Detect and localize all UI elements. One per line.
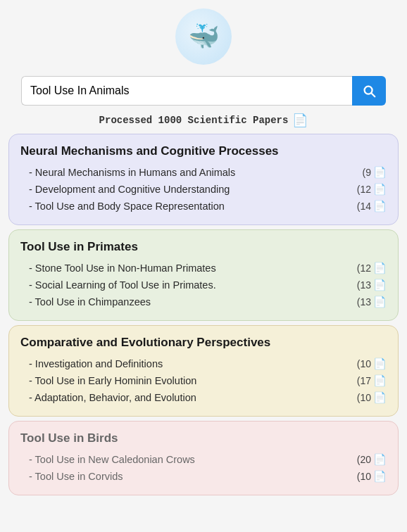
item-label: - Adaptation, Behavior, and Evolution <box>29 392 348 403</box>
item-label: - Development and Cognitive Understandin… <box>29 184 348 195</box>
document-icon: 📄 <box>373 470 387 483</box>
list-item[interactable]: - Development and Cognitive Understandin… <box>20 181 387 198</box>
search-input[interactable] <box>21 76 352 106</box>
document-icon: 📄 <box>373 166 387 179</box>
document-icon: 📄 <box>373 296 387 308</box>
list-item[interactable]: - Tool Use in New Caledonian Crows(20📄 <box>20 451 387 468</box>
document-icon: 📄 <box>373 357 387 370</box>
item-count: (12📄 <box>348 183 387 196</box>
item-count: (14📄 <box>348 200 387 213</box>
item-count: (10📄 <box>348 470 387 483</box>
document-icon: 📄 <box>373 183 387 196</box>
list-item[interactable]: - Stone Tool Use in Non-Human Primates(1… <box>20 260 387 277</box>
item-count: (10📄 <box>348 391 387 404</box>
item-label: - Tool Use in New Caledonian Crows <box>29 454 348 465</box>
list-item[interactable]: - Neural Mechanisms in Humans and Animal… <box>20 164 387 181</box>
item-label: - Investigation and Definitions <box>29 358 348 369</box>
item-count: (13📄 <box>348 296 387 308</box>
search-button[interactable] <box>352 76 386 106</box>
item-count: (12📄 <box>348 262 387 274</box>
app-logo: 🐳 <box>175 8 232 65</box>
section-card-4: Tool Use in Birds- Tool Use in New Caled… <box>8 421 399 495</box>
list-item[interactable]: - Social Learning of Tool Use in Primate… <box>20 277 387 293</box>
search-icon <box>361 83 377 99</box>
document-icon: 📄 <box>373 374 387 387</box>
item-label: - Tool Use in Corvids <box>29 471 348 482</box>
processed-text: Processed 1000 Scientific Papers <box>99 115 289 126</box>
item-label: - Tool Use in Chimpanzees <box>29 296 348 308</box>
item-label: - Stone Tool Use in Non-Human Primates <box>29 262 348 274</box>
item-label: - Tool Use in Early Hominin Evolution <box>29 375 348 386</box>
processed-bar: Processed 1000 Scientific Papers 📄 <box>0 113 407 128</box>
item-count: (10📄 <box>348 357 387 370</box>
section-card-1: Neural Mechanisms and Cognitive Processe… <box>8 134 399 225</box>
section-card-2: Tool Use in Primates- Stone Tool Use in … <box>8 229 399 321</box>
section-card-3: Comparative and Evolutionary Perspective… <box>8 325 399 417</box>
document-icon: 📄 <box>373 262 387 274</box>
list-item[interactable]: - Tool Use in Early Hominin Evolution(17… <box>20 372 387 389</box>
document-icon: 📄 <box>373 391 387 404</box>
list-item[interactable]: - Tool Use in Chimpanzees(13📄 <box>20 293 387 310</box>
item-label: - Tool Use and Body Space Representation <box>29 201 348 212</box>
document-icon: 📄 <box>373 279 387 291</box>
section-title-2: Tool Use in Primates <box>20 240 387 254</box>
section-title-1: Neural Mechanisms and Cognitive Processe… <box>20 144 387 158</box>
search-container <box>21 76 386 106</box>
item-count: (9📄 <box>348 166 387 179</box>
list-item[interactable]: - Tool Use and Body Space Representation… <box>20 198 387 215</box>
item-label: - Social Learning of Tool Use in Primate… <box>29 279 348 291</box>
item-label: - Neural Mechanisms in Humans and Animal… <box>29 167 348 178</box>
list-item[interactable]: - Adaptation, Behavior, and Evolution(10… <box>20 389 387 406</box>
document-icon: 📄 <box>373 200 387 213</box>
item-count: (17📄 <box>348 374 387 387</box>
section-title-3: Comparative and Evolutionary Perspective… <box>20 336 387 350</box>
header: 🐳 <box>0 0 407 70</box>
list-item[interactable]: - Tool Use in Corvids(10📄 <box>20 468 387 485</box>
item-count: (13📄 <box>348 279 387 291</box>
paper-icon: 📄 <box>292 113 308 128</box>
document-icon: 📄 <box>373 453 387 466</box>
section-title-4: Tool Use in Birds <box>20 431 387 445</box>
item-count: (20📄 <box>348 453 387 466</box>
list-item[interactable]: - Investigation and Definitions(10📄 <box>20 355 387 372</box>
